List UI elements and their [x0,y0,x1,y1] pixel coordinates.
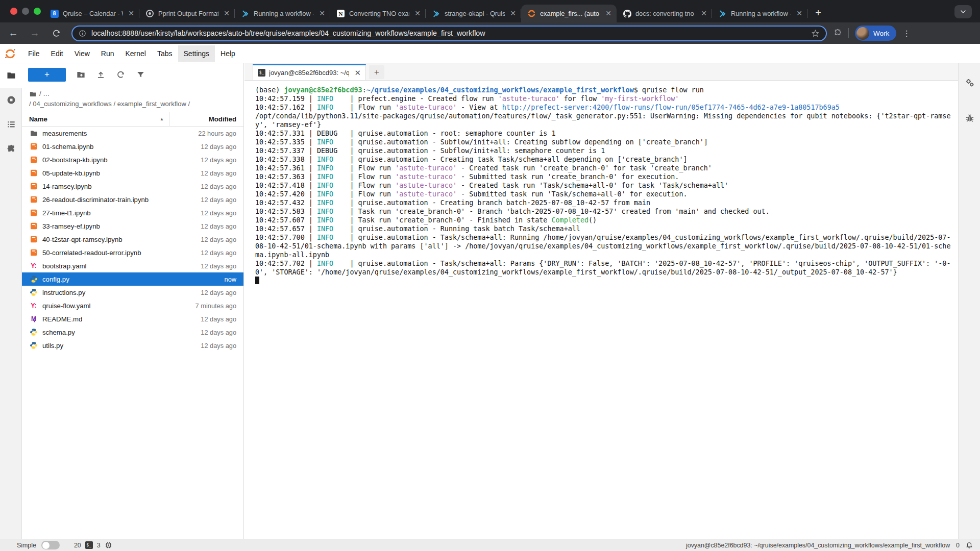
refresh-icon[interactable] [116,70,126,80]
main-area: + / … / 04_ [0,63,980,539]
file-row-qruise-flow.yaml[interactable]: Y:qruise-flow.yaml7 minutes ago [22,299,243,312]
tab-close-icon[interactable]: ✕ [700,10,708,18]
browser-tab-8[interactable]: Running a workflow - Qru✕ [712,5,807,22]
menu-kernel[interactable]: Kernel [119,45,151,62]
tab-close-icon[interactable]: ✕ [509,10,517,18]
window-close-button[interactable] [10,8,17,15]
menu-run[interactable]: Run [95,45,120,62]
file-name: config.py [42,276,167,283]
upload-icon[interactable] [96,70,106,80]
terminal-line: 10:42:57.361 | INFO | Flow run 'astute-t… [255,164,966,172]
breadcrumb-path[interactable]: / 04_customizing_workflows / example_fir… [29,99,190,109]
bookmark-star-icon[interactable] [811,29,820,38]
tab-close-icon[interactable]: ✕ [795,10,803,18]
terminal-tab[interactable]: $_ jovyan@c85e2f6bcd93: ~/q ✕ [253,64,366,80]
menu-view[interactable]: View [69,45,95,62]
url-text[interactable]: localhost:8888/user/kirsty/lab/workspace… [91,29,811,37]
kernel-terminal-counts[interactable]: 20 $_ 3 [74,541,112,549]
browser-tab-1[interactable]: 8Qruise – Calendar - Week✕ [44,5,139,22]
browser-tab-5[interactable]: strange-okapi - Qruise Da✕ [426,5,521,22]
menu-settings[interactable]: Settings [178,45,215,62]
column-modified[interactable]: Modified [169,115,243,123]
site-info-icon[interactable] [79,30,86,37]
profile-name: Work [873,30,889,37]
terminal-tab-label: jovyan@c85e2f6bcd93: ~/q [269,69,349,77]
terminal-line: (base) jovyan@c85e2f6bcd93:~/qruise/exam… [255,86,966,94]
terminal-line: 10:42:57.338 | INFO | qruise.automation … [255,155,966,164]
file-row-measurements[interactable]: measurements22 hours ago [22,127,243,140]
file-row-33-ramsey-ef.ipynb[interactable]: 33-ramsey-ef.ipynb12 days ago [22,219,243,233]
breadcrumb[interactable]: / … / 04_customizing_workflows / example… [22,86,243,110]
terminal-count: 20 [74,542,81,549]
file-name: 14-ramsey.ipynb [42,183,167,190]
terminal-output[interactable]: (base) jovyan@c85e2f6bcd93:~/qruise/exam… [244,81,966,539]
file-row-05-update-kb.ipynb[interactable]: 05-update-kb.ipynb12 days ago [22,166,243,180]
file-row-02-bootstrap-kb.ipynb[interactable]: 02-bootstrap-kb.ipynb12 days ago [22,153,243,166]
file-browser-toolbar: + [22,63,243,86]
tab-close-icon[interactable]: ✕ [127,10,135,18]
notebook-file-icon [29,195,38,204]
running-kernels-icon[interactable] [0,88,22,112]
chrome-menu-icon[interactable]: ⋮ [902,29,911,38]
browser-tab-7[interactable]: docs: converting tno exa✕ [617,5,712,22]
file-row-40-t2star-qpt-ramsey.ipynb[interactable]: 40-t2star-qpt-ramsey.ipynb12 days ago [22,233,243,246]
forward-button[interactable]: → [27,25,43,41]
new-folder-icon[interactable] [76,70,86,80]
file-row-26-readout-discriminator-train.ipynb[interactable]: 26-readout-discriminator-train.ipynb12 d… [22,193,243,206]
file-row-01-schema.ipynb[interactable]: 01-schema.ipynb12 days ago [22,140,243,153]
column-name[interactable]: Name ▲ [22,115,169,123]
terminal-tab-close-icon[interactable]: ✕ [353,68,362,78]
new-tab-button[interactable]: + [811,5,826,20]
browser-tab-6[interactable]: example_firs... (auto-b) -✕ [521,5,617,22]
menu-edit[interactable]: Edit [45,45,69,62]
file-row-bootstrap.yaml[interactable]: Y:bootstrap.yaml12 days ago [22,259,243,272]
window-minimize-button[interactable] [22,8,29,15]
terminal-line: 10:42:57.583 | INFO | Task run 'create_b… [255,207,966,216]
tab-close-icon[interactable]: ✕ [318,10,326,18]
browser-tab-2[interactable]: Pprint Output Formatting✕ [139,5,235,22]
address-bar[interactable]: localhost:8888/user/kirsty/lab/workspace… [71,26,827,41]
window-zoom-button[interactable] [34,8,41,15]
file-row-schema.py[interactable]: schema.py12 days ago [22,325,243,339]
browser-tab-3[interactable]: Running a workflow - Qru✕ [235,5,330,22]
menu-tabs[interactable]: Tabs [152,45,178,62]
file-row-README.md[interactable]: M▼README.md12 days ago [22,312,243,325]
tab-search-button[interactable] [954,5,972,18]
property-inspector-icon[interactable] [959,70,980,95]
file-name: schema.py [42,329,167,336]
simple-mode-toggle[interactable] [41,541,60,549]
file-row-50-correlated-readout-error.ipynb[interactable]: 50-correlated-readout-error.ipynb12 days… [22,246,243,259]
new-launcher-button[interactable]: + [28,68,66,82]
filter-icon[interactable] [136,70,145,80]
extension-manager-icon[interactable] [0,137,22,161]
new-dock-tab-button[interactable]: + [369,65,384,79]
jupyterlab-menubar: FileEditViewRunKernelTabsSettingsHelp [0,44,980,63]
notebook-file-icon [29,168,38,178]
tab-close-icon[interactable]: ✕ [413,10,422,18]
file-row-instructions.py[interactable]: instructions.py12 days ago [22,286,243,299]
terminal-line: 10:42:57.159 | INFO | prefect.engine - C… [255,94,966,103]
extensions-icon[interactable] [833,29,842,38]
notebook-file-icon [29,208,38,217]
file-name: README.md [42,315,167,323]
file-modified: 12 days ago [167,315,243,323]
file-row-27-time-t1.ipynb[interactable]: 27-time-t1.ipynb12 days ago [22,206,243,219]
reload-button[interactable] [48,25,64,41]
browser-tab-title: example_firs... (auto-b) - [540,10,600,17]
menu-help[interactable]: Help [215,45,241,62]
tab-close-icon[interactable]: ✕ [604,10,612,18]
menu-file[interactable]: File [22,45,45,62]
browser-tab-4[interactable]: NConverting TNO example✕ [330,5,426,22]
file-row-config.py[interactable]: config.pynow [22,272,243,286]
terminal-line: 10:42:57.335 | INFO | qruise.automation … [255,138,966,146]
notification-bell-icon[interactable] [966,542,973,549]
profile-chip[interactable]: Work [855,26,896,41]
breadcrumb-root[interactable]: / … [39,89,50,99]
file-browser-tab-icon[interactable] [0,63,22,88]
tab-close-icon[interactable]: ✕ [223,10,231,18]
file-row-14-ramsey.ipynb[interactable]: 14-ramsey.ipynb12 days ago [22,180,243,193]
file-row-utils.py[interactable]: utils.py12 days ago [22,339,243,352]
debugger-icon[interactable] [959,106,980,131]
back-button[interactable]: ← [5,25,21,41]
table-of-contents-icon[interactable] [0,112,22,137]
